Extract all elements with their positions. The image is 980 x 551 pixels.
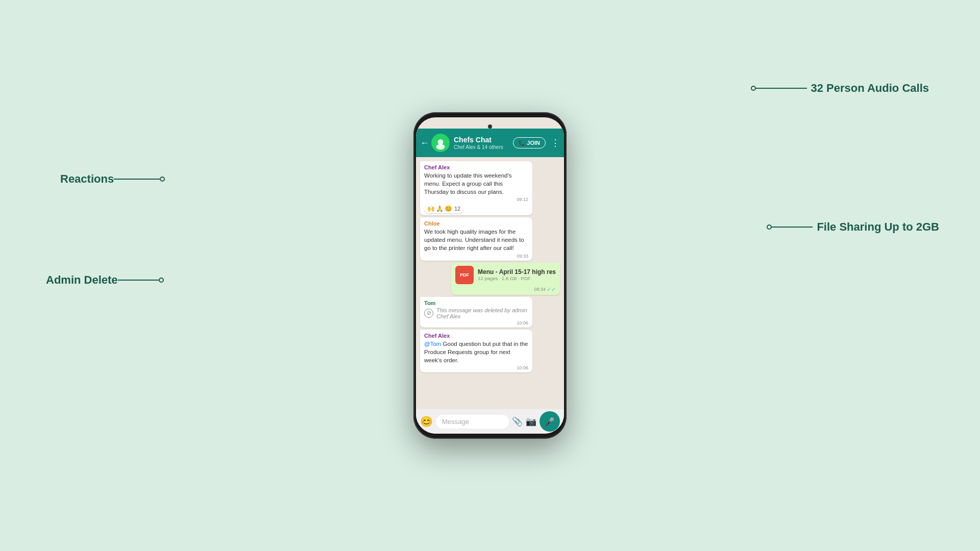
message-chef-alex-2: Chef Alex @Tom Good question but put tha… bbox=[420, 330, 532, 372]
join-button[interactable]: 📞 JOIN bbox=[513, 137, 546, 148]
message-time: 09:34 ✓✓ bbox=[455, 286, 556, 293]
message-text: @Tom Good question but put that in the P… bbox=[424, 340, 528, 364]
file-line bbox=[772, 227, 813, 228]
input-placeholder: Message bbox=[442, 418, 469, 425]
chat-header: ← Chefs Chat Chef Alex & 14 others 📞 JOI… bbox=[416, 129, 564, 157]
deleted-icon: ⊘ bbox=[424, 309, 433, 318]
mic-icon: 🎤 bbox=[545, 417, 555, 427]
svg-point-1 bbox=[438, 139, 444, 145]
sender-name: Chef Alex bbox=[424, 333, 528, 339]
back-button[interactable]: ← bbox=[420, 138, 429, 148]
group-name: Chefs Chat bbox=[454, 136, 513, 144]
more-options-button[interactable]: ⋮ bbox=[551, 137, 560, 148]
admin-dot bbox=[159, 278, 164, 283]
file-dot bbox=[767, 224, 772, 230]
phone-shell: ← Chefs Chat Chef Alex & 14 others 📞 JOI… bbox=[413, 112, 567, 439]
reactions-annotation: Reactions bbox=[60, 172, 165, 186]
sender-name: Chef Alex bbox=[424, 164, 528, 170]
file-name: Menu - April 15-17 high res bbox=[478, 268, 556, 276]
file-attachment: PDF Menu - April 15-17 high res 12 pages… bbox=[455, 266, 556, 284]
admin-delete-annotation: Admin Delete bbox=[46, 273, 164, 287]
svg-point-2 bbox=[436, 144, 445, 149]
reaction-1: 🙌 bbox=[427, 205, 435, 212]
input-bar: 😊 Message 📎 📷 🎤 bbox=[416, 409, 564, 434]
reactions-label: Reactions bbox=[60, 172, 114, 186]
message-chloe-1: Chloe We took high quality images for th… bbox=[420, 217, 532, 260]
admin-delete-label: Admin Delete bbox=[46, 273, 118, 287]
header-info: Chefs Chat Chef Alex & 14 others bbox=[454, 136, 513, 150]
message-text: Working to update this weekend's menu. E… bbox=[424, 171, 528, 196]
message-file-sent: PDF Menu - April 15-17 high res 12 pages… bbox=[451, 263, 560, 295]
reaction-count: 12 bbox=[454, 206, 460, 212]
phone-container: ← Chefs Chat Chef Alex & 14 others 📞 JOI… bbox=[413, 112, 567, 439]
file-sharing-label: File Sharing Up to 2GB bbox=[817, 220, 939, 234]
deleted-text: This message was deleted by admin Chef A… bbox=[436, 307, 528, 319]
message-chef-alex-1: Chef Alex Working to update this weekend… bbox=[420, 161, 532, 215]
camera-button[interactable]: 📷 bbox=[526, 416, 536, 427]
mention: @Tom bbox=[424, 341, 441, 347]
chat-area: Chef Alex Working to update this weekend… bbox=[416, 157, 564, 409]
phone-icon: 📞 bbox=[519, 140, 525, 146]
reactions-dot bbox=[160, 177, 165, 182]
reaction-2: 🙏 bbox=[436, 205, 444, 212]
sender-name: Tom bbox=[424, 300, 528, 306]
reaction-3: 😊 bbox=[445, 205, 452, 212]
audio-calls-annotation: 32 Person Audio Calls bbox=[751, 82, 929, 95]
file-sharing-annotation: File Sharing Up to 2GB bbox=[767, 220, 939, 234]
group-subtitle: Chef Alex & 14 others bbox=[454, 144, 513, 150]
mic-button[interactable]: 🎤 bbox=[540, 411, 560, 432]
phone-screen: ← Chefs Chat Chef Alex & 14 others 📞 JOI… bbox=[416, 117, 564, 434]
reactions-line bbox=[114, 179, 160, 180]
message-text: We took high quality images for the upda… bbox=[424, 228, 528, 252]
audio-dot bbox=[751, 86, 756, 91]
file-meta: 12 pages · 1.8 GB · PDF bbox=[478, 276, 556, 281]
attach-button[interactable]: 📎 bbox=[512, 416, 523, 427]
join-label: JOIN bbox=[527, 140, 540, 146]
audio-calls-label: 32 Person Audio Calls bbox=[811, 82, 929, 95]
group-avatar bbox=[431, 134, 450, 152]
pdf-icon: PDF bbox=[455, 266, 474, 284]
file-info: Menu - April 15-17 high res 12 pages · 1… bbox=[478, 268, 556, 281]
double-tick: ✓✓ bbox=[547, 286, 556, 293]
message-tom-deleted: Tom ⊘ This message was deleted by admin … bbox=[420, 297, 532, 328]
admin-line bbox=[118, 280, 159, 281]
message-reactions: 🙌 🙏 😊 12 bbox=[424, 204, 463, 213]
message-time: 10:06 bbox=[424, 365, 528, 370]
sender-name: Chloe bbox=[424, 220, 528, 227]
audio-line bbox=[756, 88, 807, 89]
deleted-message: ⊘ This message was deleted by admin Chef… bbox=[424, 307, 528, 319]
message-time: 09:33 bbox=[424, 254, 528, 259]
emoji-button[interactable]: 😊 bbox=[420, 415, 433, 428]
message-time: 10:06 bbox=[424, 320, 528, 325]
message-time: 09:12 bbox=[424, 197, 528, 202]
message-input[interactable]: Message bbox=[436, 415, 509, 429]
camera-dot bbox=[488, 124, 492, 129]
